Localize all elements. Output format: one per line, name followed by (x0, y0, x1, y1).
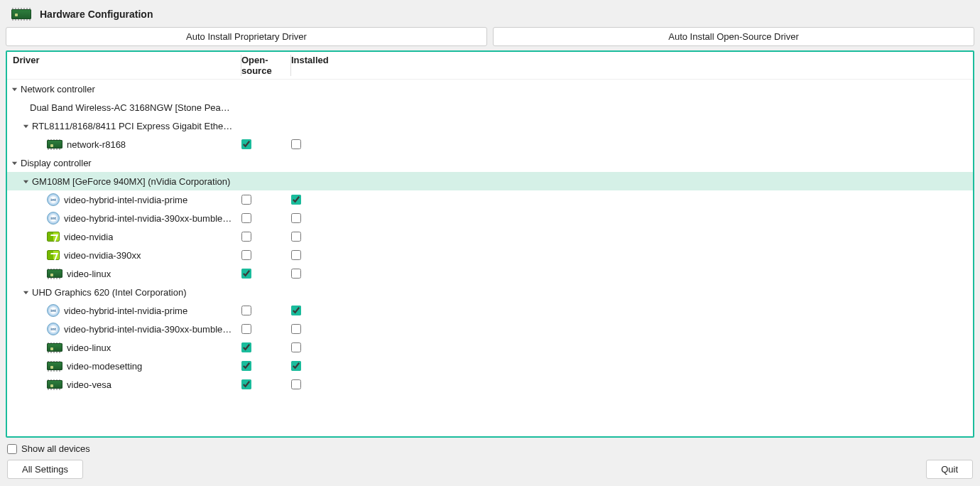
chip-icon (47, 140, 62, 148)
nvidia-icon (47, 232, 60, 242)
intel-icon: int (47, 212, 60, 225)
row-label: video-linux (67, 342, 111, 353)
opensource-checkbox[interactable] (241, 306, 251, 315)
installed-checkbox[interactable] (291, 269, 301, 279)
chip-icon (47, 343, 62, 352)
device-row[interactable]: RTL8111/8168/8411 PCI Express Gigabit Et… (7, 117, 973, 135)
category-row[interactable]: Display controller (7, 153, 973, 172)
row-label: UHD Graphics 620 (Intel Corporation) (32, 287, 186, 298)
opensource-checkbox[interactable] (241, 195, 251, 205)
tree-header: Driver Open-source Installed (7, 52, 973, 80)
installed-checkbox[interactable] (291, 139, 301, 149)
disclosure-triangle-icon[interactable] (21, 178, 30, 185)
installed-checkbox[interactable] (291, 342, 301, 352)
installed-checkbox[interactable] (291, 213, 301, 223)
row-label: video-hybrid-intel-nvidia-390xx-bumblebe… (64, 213, 234, 224)
all-settings-button[interactable]: All Settings (7, 460, 83, 479)
opensource-checkbox[interactable] (241, 213, 251, 223)
disclosure-triangle-icon[interactable] (21, 123, 30, 129)
driver-tree[interactable]: Driver Open-source Installed Network con… (6, 50, 974, 438)
driver-row[interactable]: video-nvidia-390xx (7, 246, 973, 264)
row-label: Dual Band Wireless-AC 3168NGW [Stone Pea… (30, 102, 234, 113)
row-label: video-hybrid-intel-nvidia-prime (64, 306, 187, 316)
disclosure-triangle-icon[interactable] (10, 160, 18, 166)
row-label: video-nvidia-390xx (64, 250, 141, 261)
row-label: network-r8168 (67, 139, 126, 150)
device-row[interactable]: GM108M [GeForce 940MX] (nVidia Corporati… (7, 172, 973, 190)
chip-icon (47, 269, 62, 278)
chip-icon (47, 362, 62, 370)
category-row[interactable]: Network controller (7, 80, 973, 98)
quit-button[interactable]: Quit (926, 460, 973, 479)
show-all-devices-label[interactable]: Show all devices (21, 443, 90, 454)
installed-checkbox[interactable] (291, 361, 301, 371)
chip-icon (47, 380, 62, 389)
row-label: video-vesa (67, 379, 111, 390)
opensource-checkbox[interactable] (241, 250, 251, 260)
row-label: Display controller (21, 158, 92, 168)
driver-row[interactable]: network-r8168 (7, 135, 973, 153)
intel-icon: int (47, 304, 60, 317)
msm-icon (11, 9, 31, 19)
opensource-checkbox[interactable] (241, 342, 251, 352)
driver-row[interactable]: video-vesa (7, 375, 973, 394)
driver-row[interactable]: video-linux (7, 264, 973, 283)
intel-icon: int (47, 193, 60, 206)
driver-row[interactable]: intvideo-hybrid-intel-nvidia-prime (7, 190, 973, 209)
show-all-devices-checkbox[interactable] (7, 444, 17, 454)
installed-checkbox[interactable] (291, 306, 301, 315)
column-installed[interactable]: Installed (291, 55, 341, 76)
intel-icon: int (47, 323, 60, 335)
driver-row[interactable]: intvideo-hybrid-intel-nvidia-390xx-bumbl… (7, 320, 973, 338)
driver-row[interactable]: video-nvidia (7, 227, 973, 246)
opensource-checkbox[interactable] (241, 139, 251, 149)
row-label: video-hybrid-intel-nvidia-390xx-bumblebe… (64, 324, 234, 335)
installed-checkbox[interactable] (291, 232, 301, 242)
row-label: Network controller (21, 84, 95, 94)
column-driver[interactable]: Driver (10, 55, 241, 76)
disclosure-triangle-icon[interactable] (10, 86, 18, 92)
disclosure-triangle-icon[interactable] (21, 289, 30, 296)
opensource-checkbox[interactable] (241, 361, 251, 371)
page-title: Hardware Configuration (40, 9, 153, 20)
driver-row[interactable]: intvideo-hybrid-intel-nvidia-390xx-bumbl… (7, 209, 973, 227)
row-label: GM108M [GeForce 940MX] (nVidia Corporati… (32, 176, 230, 187)
driver-row[interactable]: video-modesetting (7, 357, 973, 375)
installed-checkbox[interactable] (291, 250, 301, 260)
device-row[interactable]: UHD Graphics 620 (Intel Corporation) (7, 283, 973, 301)
nvidia-icon (47, 250, 60, 260)
auto-install-opensource-button[interactable]: Auto Install Open-Source Driver (493, 27, 974, 46)
row-label: video-nvidia (64, 232, 113, 242)
window-header: Hardware Configuration (6, 6, 974, 27)
row-label: video-hybrid-intel-nvidia-prime (64, 195, 187, 205)
driver-row[interactable]: video-linux (7, 338, 973, 357)
opensource-checkbox[interactable] (241, 269, 251, 279)
opensource-checkbox[interactable] (241, 379, 251, 389)
installed-checkbox[interactable] (291, 324, 301, 334)
driver-row[interactable]: intvideo-hybrid-intel-nvidia-prime (7, 301, 973, 320)
row-label: video-modesetting (67, 361, 142, 372)
opensource-checkbox[interactable] (241, 232, 251, 242)
installed-checkbox[interactable] (291, 195, 301, 205)
row-label: video-linux (67, 269, 111, 279)
row-label: RTL8111/8168/8411 PCI Express Gigabit Et… (32, 121, 234, 131)
installed-checkbox[interactable] (291, 379, 301, 389)
auto-install-proprietary-button[interactable]: Auto Install Proprietary Driver (6, 27, 487, 46)
column-opensource[interactable]: Open-source (241, 55, 291, 76)
device-row[interactable]: Dual Band Wireless-AC 3168NGW [Stone Pea… (7, 98, 973, 117)
opensource-checkbox[interactable] (241, 324, 251, 334)
